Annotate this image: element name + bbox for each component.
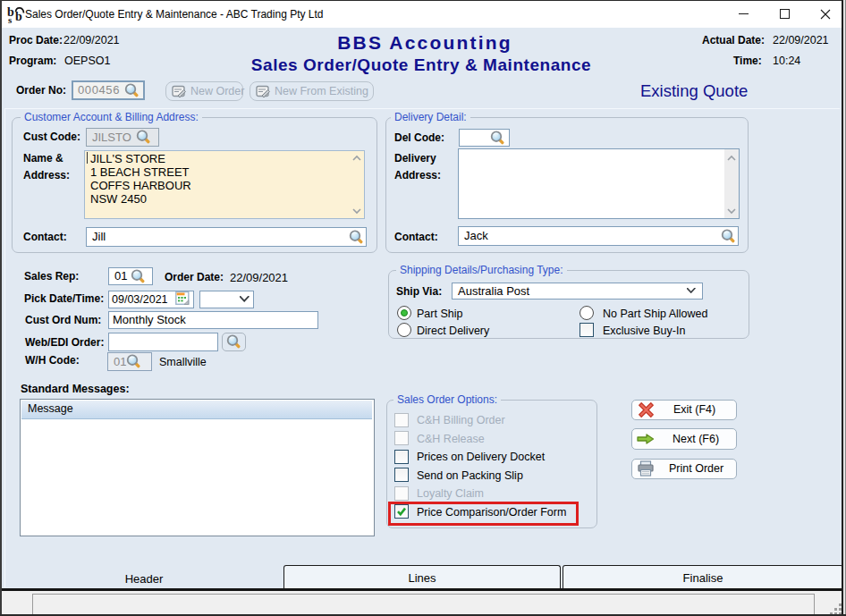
svg-text:s: s: [8, 14, 13, 24]
svg-text:b: b: [15, 10, 22, 23]
